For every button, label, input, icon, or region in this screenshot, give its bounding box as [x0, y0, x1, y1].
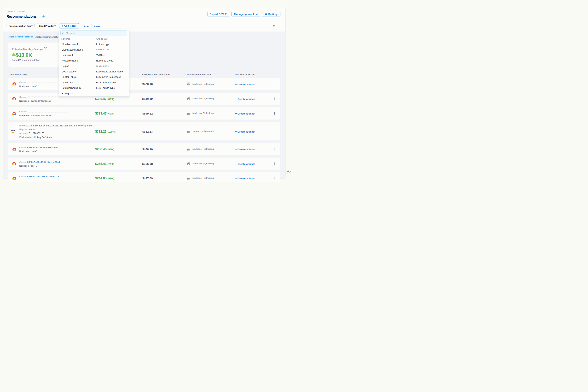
svg-text:aws: aws: [11, 129, 16, 132]
svg-text:?: ?: [45, 48, 46, 50]
